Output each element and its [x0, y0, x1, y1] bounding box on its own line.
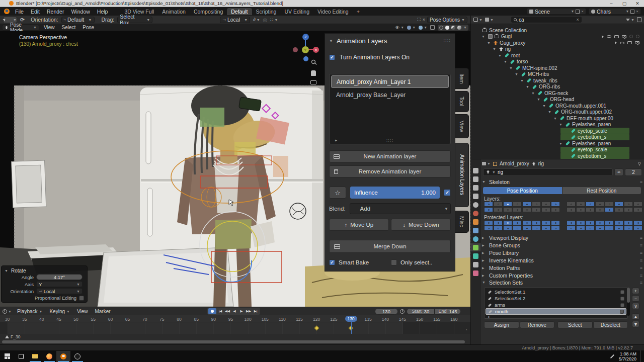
viewport-menu-pose[interactable]: Pose: [79, 25, 98, 30]
frame-start-field[interactable]: Start30: [407, 308, 435, 315]
outliner-item-label[interactable]: Eyelashes_paren: [572, 122, 611, 127]
influence-checkbox[interactable]: [444, 189, 451, 196]
layer-toggle[interactable]: [484, 220, 493, 225]
breadcrumb-path-icon[interactable]: ▼: [482, 162, 491, 165]
clock-time[interactable]: 1:08 AM: [619, 351, 636, 356]
properties-tab-object-data[interactable]: [471, 243, 480, 251]
outliner-row-org-neck[interactable]: ▼ORG-neck: [471, 90, 644, 97]
workspace-tab-default[interactable]: Default: [227, 8, 252, 15]
selection-sets-caret[interactable]: ▼: [482, 281, 487, 284]
layer-toggle[interactable]: [484, 202, 493, 207]
viewport-camera-icon[interactable]: [310, 80, 316, 84]
select-pointer-icon[interactable]: [602, 35, 604, 38]
taskbar-firefox-icon[interactable]: [42, 351, 56, 362]
breadcrumb-object[interactable]: Arnold_proxy: [500, 161, 529, 166]
outliner-row-eyelashes-paren[interactable]: ▼Eyelashes_paren: [471, 122, 644, 128]
layer-toggle[interactable]: [484, 226, 493, 231]
filter-dropdown[interactable]: ▼: [626, 18, 634, 22]
playhead-line[interactable]: [351, 322, 352, 334]
workspace-tab-scripting[interactable]: Scripting: [252, 8, 281, 15]
taskbar-blender-icon[interactable]: [56, 351, 70, 362]
minimize-button[interactable]: –: [605, 1, 618, 7]
layer-toggle[interactable]: [513, 202, 522, 207]
set-checkbox[interactable]: [620, 290, 624, 294]
blender-menu-icon[interactable]: [4, 9, 10, 14]
outliner-row-def-mouth-upper-00[interactable]: ▼DEF-mouth.upper.00: [471, 115, 644, 122]
viewport-display-icon[interactable]: [627, 41, 632, 44]
expand-caret-icon[interactable]: ▼: [493, 47, 497, 51]
selection-set-selectionset-2[interactable]: SelectionSet.2: [486, 295, 626, 302]
shading-solid-icon[interactable]: [445, 26, 449, 30]
sets-specials-icon[interactable]: ▼: [488, 314, 491, 319]
timeline-menu-playback[interactable]: Playback▼: [14, 309, 46, 314]
current-frame-field[interactable]: 130: [375, 308, 398, 315]
outliner-item-label[interactable]: eyetop_scale: [578, 128, 607, 134]
search-field[interactable]: ca ×: [511, 17, 582, 23]
layer-toggle[interactable]: [503, 226, 512, 231]
sidebar-tab-item[interactable]: Item: [455, 68, 469, 89]
snap-toggle[interactable]: ∂▼: [253, 17, 260, 22]
layer-toggle[interactable]: [605, 202, 614, 207]
properties-tab-constraints[interactable]: [471, 260, 480, 268]
move-down-button[interactable]: ↓Move Down: [391, 219, 451, 231]
expand-caret-icon[interactable]: ▼: [537, 98, 541, 101]
outliner-item-label[interactable]: DEF-mouth.upper.00: [567, 116, 613, 121]
section-inverse-kinematics[interactable]: ▶Inverse Kinematics≡: [481, 256, 642, 264]
outliner-item-label[interactable]: rig: [505, 46, 511, 52]
outliner-item-label[interactable]: Gugi_proxy: [500, 40, 525, 46]
gizmos-dropdown[interactable]: ▼: [407, 26, 416, 30]
editor-type-select[interactable]: ▼: [473, 18, 482, 22]
move-up-button[interactable]: ↑Move Up: [329, 219, 389, 231]
workspace-tab-animation[interactable]: Animation: [158, 8, 190, 15]
layer-toggle[interactable]: [576, 207, 585, 212]
layer-toggle[interactable]: [633, 226, 642, 231]
layer-toggle[interactable]: [595, 202, 604, 207]
shading-rendered-icon[interactable]: [457, 26, 461, 30]
new-scene-icon[interactable]: [576, 10, 580, 14]
outliner-row-org-head[interactable]: ▼ORG-head: [471, 97, 644, 103]
overlays-dropdown[interactable]: ▼: [419, 26, 427, 30]
outliner-item-label[interactable]: tweak_ribs: [533, 78, 557, 83]
set-specials-button[interactable]: ∨: [632, 303, 639, 309]
section-custom-properties[interactable]: ▶Custom Properties≡: [481, 272, 642, 279]
workspace-tab-compositing[interactable]: Compositing: [190, 8, 227, 15]
layer-toggle[interactable]: [513, 226, 522, 231]
layer-toggle[interactable]: [576, 226, 585, 231]
mirror-icon[interactable]: ⛶: [417, 17, 420, 23]
outliner-item-label[interactable]: MCH-ribs: [528, 71, 549, 77]
deselect-button[interactable]: Deselect: [593, 321, 628, 328]
viewport-pan-icon[interactable]: [311, 70, 316, 76]
layer-toggle[interactable]: [532, 226, 541, 231]
remove-button[interactable]: Remove: [520, 321, 555, 328]
timeline-menu-view[interactable]: View: [73, 309, 92, 314]
layer-toggle[interactable]: [614, 202, 623, 207]
pose-position-button[interactable]: Pose Position: [483, 187, 562, 194]
render-camera-icon[interactable]: [622, 35, 626, 38]
layer-toggle[interactable]: [551, 220, 560, 225]
layer-toggle[interactable]: [532, 202, 541, 207]
layer-toggle[interactable]: [532, 220, 541, 225]
section-viewport-display[interactable]: ▶Viewport Display≡: [481, 234, 642, 241]
properties-tab-view-layer[interactable]: [471, 192, 480, 200]
sidebar-tab-animation-layers[interactable]: Animation Layers: [455, 143, 469, 207]
sidebar-tab-tool[interactable]: Tool: [455, 91, 469, 112]
panel-collapse-caret[interactable]: ▼: [329, 39, 334, 43]
properties-tab-output[interactable]: [471, 184, 480, 192]
selection-set-mouth[interactable]: mouth: [486, 308, 626, 315]
section-pose-library[interactable]: ▶Pose Library≡: [481, 249, 642, 256]
layer-toggle[interactable]: [586, 202, 595, 207]
expand-caret-icon[interactable]: ▼: [542, 104, 547, 108]
play-button[interactable]: ▶: [238, 308, 245, 314]
proportional-editing-checkbox[interactable]: [79, 296, 84, 301]
layer-toggle[interactable]: [576, 220, 585, 225]
layer-toggle[interactable]: [595, 220, 604, 225]
outliner-item-label[interactable]: ORG-ribs: [539, 84, 560, 89]
layer-toggle[interactable]: [624, 220, 633, 225]
properties-tab-modifiers[interactable]: [471, 226, 480, 234]
expand-caret-icon[interactable]: ▼: [509, 66, 514, 70]
xray-toggle-icon[interactable]: [430, 25, 435, 30]
outliner-row-scene-collection[interactable]: Scene Collection: [471, 27, 644, 34]
data-name-field[interactable]: ▼ rig: [483, 168, 613, 176]
outliner-row-org-ribs[interactable]: ▼ORG-ribs: [471, 84, 644, 90]
layer-toggle[interactable]: [494, 220, 503, 225]
